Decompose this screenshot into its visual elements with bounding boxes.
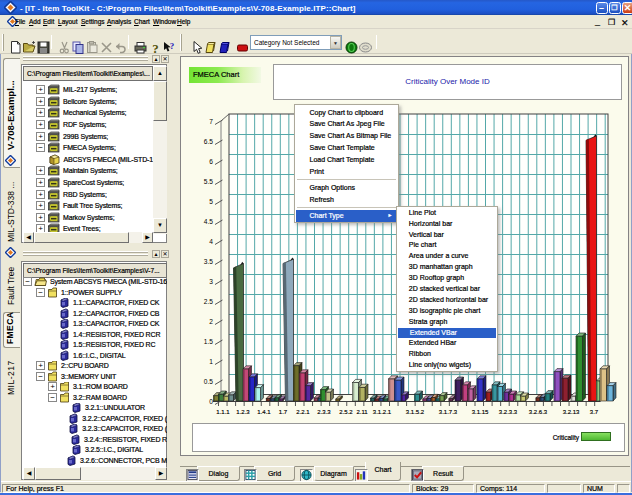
svg-text:3.1.2.1: 3.1.2.1	[373, 409, 392, 415]
svg-text:1.5: 1.5	[204, 338, 213, 345]
svg-text:3.1.15: 3.1.15	[472, 409, 489, 415]
svg-text:5.5: 5.5	[204, 178, 213, 185]
svg-text:2.11: 2.11	[356, 409, 368, 415]
svg-text:3: 3	[209, 278, 213, 285]
svg-text:6.5: 6.5	[204, 138, 213, 145]
svg-text:3.1.7.3: 3.1.7.3	[439, 409, 458, 415]
svg-text:1.2.3: 1.2.3	[236, 409, 250, 415]
svg-text:3.5: 3.5	[204, 258, 213, 265]
svg-text:0.5: 0.5	[204, 378, 213, 385]
svg-text:2.5.2: 2.5.2	[339, 409, 353, 415]
svg-text:5: 5	[209, 198, 213, 205]
svg-text:3.2.13: 3.2.13	[563, 409, 580, 415]
svg-text:3.2.3.3: 3.2.3.3	[499, 409, 518, 415]
svg-text:?: ?	[152, 41, 159, 56]
svg-text:?: ?	[170, 41, 175, 51]
svg-text:2: 2	[209, 318, 213, 325]
svg-text:3.2.6.3: 3.2.6.3	[529, 409, 548, 415]
svg-text:1.7: 1.7	[279, 409, 288, 415]
svg-text:1.1.1: 1.1.1	[216, 409, 230, 415]
svg-text:6: 6	[209, 158, 213, 165]
svg-text:2.2.1: 2.2.1	[296, 409, 310, 415]
svg-text:3.1.5.2: 3.1.5.2	[406, 409, 425, 415]
svg-text:3.7: 3.7	[590, 409, 599, 415]
svg-text:1.4.1: 1.4.1	[257, 409, 271, 415]
svg-text:0: 0	[209, 398, 213, 405]
svg-text:2.3.3: 2.3.3	[317, 409, 331, 415]
svg-text:1: 1	[209, 358, 213, 365]
svg-text:7: 7	[209, 118, 213, 125]
svg-text:4: 4	[209, 238, 213, 245]
svg-text:4.5: 4.5	[204, 218, 213, 225]
svg-text:2.5: 2.5	[204, 298, 213, 305]
